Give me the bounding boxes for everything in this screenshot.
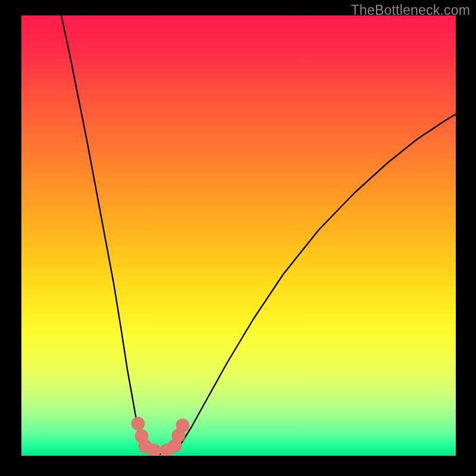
plot-svg (21, 15, 456, 456)
chart-frame: TheBottleneck.com (0, 0, 476, 476)
marker-dot (176, 419, 190, 433)
plot-area (21, 15, 456, 456)
marker-dots (131, 417, 190, 456)
bottleneck-curve (61, 15, 456, 454)
watermark-text: TheBottleneck.com (351, 2, 470, 18)
marker-dot (131, 417, 145, 431)
